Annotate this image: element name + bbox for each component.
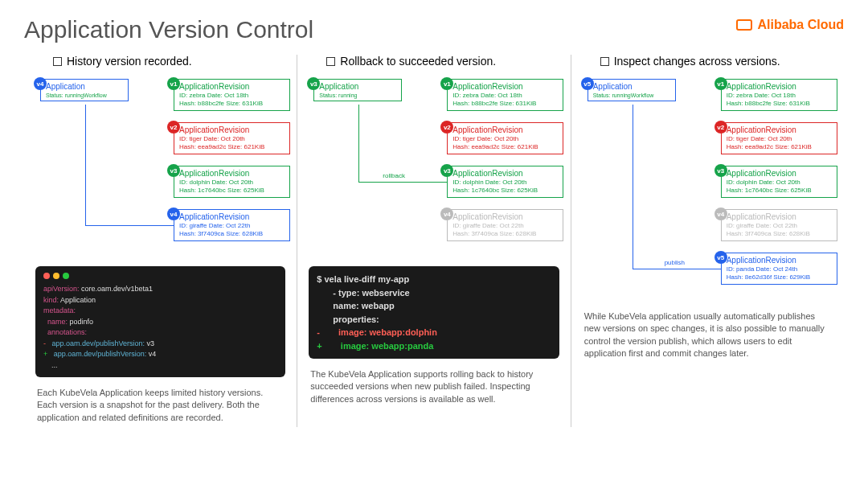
rev-detail: ID: panda Date: Oct 24th (727, 265, 832, 273)
rev-detail: ID: dolphin Date: Oct 20th (452, 179, 558, 187)
column-history: History version recorded. v4 Application… (24, 55, 297, 427)
code-val: Application (59, 296, 96, 304)
rev-detail: ID: tiger Date: Oct 20th (727, 135, 832, 143)
app-status: Status: runningWorkflow (46, 92, 123, 99)
checkbox-icon (600, 57, 609, 66)
rev-detail: ID: giraffe Date: Oct 22th (727, 222, 832, 230)
app-title: Application (593, 81, 670, 92)
window-dot-yellow (53, 273, 59, 279)
code-cmd: $ vela live-diff my-app (317, 273, 551, 286)
revision-box: ApplicationRevisionID: tiger Date: Oct 2… (174, 122, 290, 154)
code-val: v3 (145, 339, 154, 347)
rollback-label: rollback (383, 172, 405, 179)
description: While KubeVela application usually autom… (576, 307, 839, 364)
code-line: image: webapp:panda (322, 341, 434, 351)
revision-box: ApplicationRevisionID: tiger Date: Oct 2… (447, 122, 563, 154)
badge-v5: v5 (581, 77, 594, 90)
code-line: properties: (317, 313, 551, 327)
publish-label: publish (665, 259, 685, 266)
code-line: name: webapp (317, 299, 551, 313)
checkbox-icon (53, 57, 62, 66)
rev-detail: ID: giraffe Date: Oct 22th (452, 222, 558, 230)
rev-hash: Hash: eea9ad2c Size: 621KiB (727, 143, 832, 151)
badge-v3: v3 (167, 164, 180, 177)
application-box: ApplicationStatus: runningWorkflow (588, 79, 676, 101)
app-title: Application (319, 81, 396, 92)
rev-detail: ID: tiger Date: Oct 20th (179, 135, 285, 143)
rev-title: ApplicationRevision (179, 125, 285, 135)
section-heading: Inspect changes across versions. (600, 55, 839, 68)
code-key: apiVersion: (43, 285, 80, 293)
app-status: Status: runningWorkflow (593, 92, 670, 99)
application-box: ApplicationStatus: runningWorkflow (40, 79, 129, 101)
revision-box: ApplicationRevisionID: giraffe Date: Oct… (174, 209, 290, 241)
rev-hash: Hash: eea9ad2c Size: 621KiB (179, 143, 285, 151)
rev-title: ApplicationRevision (727, 255, 832, 265)
code-key: metadata: (43, 306, 76, 314)
diagram-history: v4 ApplicationStatus: runningWorkflow v1… (29, 74, 292, 263)
connector-line (85, 105, 86, 225)
heading-text: Rollback to succeeded version. (340, 55, 496, 68)
code-block-diff: $ vela live-diff my-app - type: webservi… (309, 266, 559, 359)
application-box: ApplicationStatus: running (313, 79, 402, 101)
diff-plus: + (317, 341, 321, 351)
rev-detail: ID: dolphin Date: Oct 20th (727, 179, 832, 187)
column-rollback: Rollback to succeeded version. v3 Applic… (297, 55, 571, 427)
code-line: - type: webservice (317, 286, 551, 300)
rev-title: ApplicationRevision (179, 81, 285, 92)
rev-detail: ID: tiger Date: Oct 20th (452, 135, 558, 143)
rev-title: ApplicationRevision (452, 212, 558, 222)
window-dot-green (63, 273, 69, 279)
revision-box: ApplicationRevisionID: dolphin Date: Oct… (174, 166, 290, 198)
rev-hash: Hash: 1c7640bc Size: 625KiB (179, 187, 285, 195)
rev-title: ApplicationRevision (452, 168, 558, 179)
revision-box: ApplicationRevisionID: dolphin Date: Oct… (447, 166, 563, 198)
heading-text: History version recorded. (67, 55, 192, 68)
rev-hash: Hash: 3f7409ca Size: 628KiB (452, 230, 558, 238)
revision-box: ApplicationRevisionID: dolphin Date: Oct… (721, 166, 837, 198)
code-block-yaml: apiVersion: core.oam.dev/v1beta1 kind: A… (35, 266, 285, 377)
rev-hash: Hash: 3f7409ca Size: 628KiB (179, 230, 285, 238)
rev-title: ApplicationRevision (727, 81, 832, 92)
rev-hash: Hash: b88bc2fe Size: 631KiB (727, 100, 832, 108)
rev-hash: Hash: 1c7640bc Size: 625KiB (452, 187, 558, 195)
rev-title: ApplicationRevision (727, 168, 832, 179)
badge-v4: v4 (167, 208, 180, 220)
heading-text: Inspect changes across versions. (614, 55, 780, 68)
description: Each KubeVela Application keeps limited … (29, 384, 292, 427)
connector-line (633, 105, 633, 269)
code-key: app.oam.dev/publishVersion: (54, 350, 147, 358)
code-val: podinfo (68, 318, 93, 326)
code-key: annotations: (47, 328, 87, 336)
rev-title: ApplicationRevision (452, 81, 558, 92)
revision-box: ApplicationRevisionID: tiger Date: Oct 2… (721, 122, 837, 154)
rev-hash: Hash: eea9ad2c Size: 621KiB (452, 143, 558, 151)
code-val: v4 (146, 350, 156, 358)
badge-v4: v4 (34, 77, 47, 90)
connector-line (358, 182, 447, 183)
badge-v1: v1 (714, 77, 727, 90)
revision-box-disabled: ApplicationRevisionID: giraffe Date: Oct… (447, 209, 563, 241)
brand-logo: Alibaba Cloud (736, 18, 844, 32)
connector-line (358, 105, 359, 182)
column-inspect: Inspect changes across versions. v5 Appl… (571, 55, 844, 427)
checkbox-icon (326, 57, 335, 66)
rev-title: ApplicationRevision (727, 125, 832, 135)
diagram-rollback: v3 ApplicationStatus: running rollback v… (302, 74, 565, 263)
rev-hash: Hash: 3f7409ca Size: 628KiB (727, 230, 832, 238)
badge-v2: v2 (167, 121, 180, 134)
badge-v2: v2 (714, 121, 727, 134)
code-val: core.oam.dev/v1beta1 (80, 285, 154, 293)
rev-detail: ID: zebra Date: Oct 18th (179, 92, 285, 100)
code-key: name: (47, 318, 68, 326)
window-dot-red (43, 273, 50, 279)
rev-title: ApplicationRevision (452, 125, 558, 135)
badge-v5: v5 (714, 251, 727, 264)
revision-box: ApplicationRevisionID: panda Date: Oct 2… (721, 253, 837, 285)
rev-hash: Hash: b88bc2fe Size: 631KiB (179, 100, 285, 108)
rev-detail: ID: giraffe Date: Oct 22th (179, 222, 285, 230)
rev-detail: ID: zebra Date: Oct 18th (727, 92, 832, 100)
diagram-inspect: v5 ApplicationStatus: runningWorkflow pu… (576, 74, 839, 307)
rev-hash: Hash: 1c7640bc Size: 625KiB (727, 187, 832, 195)
connector-line (633, 269, 721, 269)
